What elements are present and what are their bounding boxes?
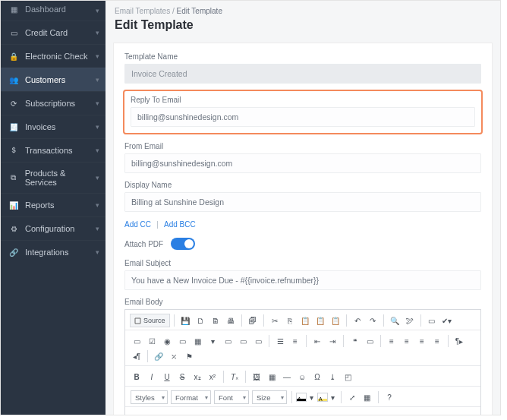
display-name-input[interactable] [124,192,481,212]
bar-chart-icon: 📊 [8,200,19,210]
unlink-icon[interactable]: ⤫ [167,349,181,363]
link-icon[interactable]: 🔗 [152,349,165,363]
align-center-icon[interactable]: ≡ [400,334,414,348]
button-field-icon[interactable]: ▭ [221,334,235,348]
styles-dropdown[interactable]: Styles [131,390,168,404]
reply-to-input[interactable] [131,107,475,127]
rtl-icon[interactable]: ◂¶ [130,349,143,363]
blockquote-icon[interactable]: ❝ [348,334,361,348]
text-color-dropdown-icon[interactable]: ▾ [308,390,316,404]
editor-toolbar-row-1: Source 💾 🗋 🗎 🖶 🗐 ✂ ⎘ 📋 📋 📋 [125,310,480,330]
sidebar-item-configuration[interactable]: ⚙ Configuration ▾ [1,216,105,240]
hr-icon[interactable]: — [280,370,294,384]
indent-icon[interactable]: ⇥ [326,334,339,348]
bg-color-dropdown-icon[interactable]: ▾ [329,390,337,404]
superscript-icon[interactable]: x² [206,370,219,384]
template-name-input[interactable] [124,64,481,84]
spellcheck-icon[interactable]: ✔▾ [440,314,454,327]
redo-icon[interactable]: ↷ [366,314,379,327]
show-blocks-icon[interactable]: ▦ [361,390,374,404]
paste-text-icon[interactable]: 📋 [313,314,327,327]
sidebar-item-invoices[interactable]: 🧾 Invoices ▾ [1,115,105,138]
subject-input[interactable] [124,270,481,290]
paste-icon[interactable]: 📋 [298,314,312,327]
attach-pdf-toggle[interactable] [171,238,195,250]
sidebar: ▦ Dashboard ▾ ▭ Credit Card ▾ 🔒 Electron… [1,1,105,415]
anchor-icon[interactable]: ⚑ [182,349,196,363]
align-left-icon[interactable]: ≡ [385,334,398,348]
div-container-icon[interactable]: ▭ [363,334,376,348]
sidebar-item-credit-card[interactable]: ▭ Credit Card ▾ [1,21,105,44]
ltr-icon[interactable]: ¶▸ [452,334,466,348]
field-display-name: Display Name [124,181,481,212]
sidebar-item-transactions[interactable]: ＄ Transactions ▾ [1,138,105,162]
hidden-field-icon[interactable]: ▭ [251,334,265,348]
grid-icon: ▦ [8,4,19,14]
strike-icon[interactable]: S [175,370,189,384]
sidebar-item-reports[interactable]: 📊 Reports ▾ [1,193,105,216]
paste-word-icon[interactable]: 📋 [329,314,342,327]
print-icon[interactable]: 🖶 [224,314,238,327]
select-icon[interactable]: ▾ [206,334,219,348]
sidebar-item-electronic-check[interactable]: 🔒 Electronic Check ▾ [1,44,105,68]
copy-icon[interactable]: ⎘ [283,314,297,327]
pagebreak-icon[interactable]: ⤓ [326,370,339,384]
find-icon[interactable]: 🔍 [388,314,402,327]
preview-icon[interactable]: 🗎 [209,314,222,327]
add-bcc-link[interactable]: Add BCC [164,220,196,229]
maximize-icon[interactable]: ⤢ [345,390,359,404]
size-dropdown[interactable]: Size [252,390,287,404]
select-all-icon[interactable]: ▭ [425,314,439,327]
bold-icon[interactable]: B [130,370,143,384]
chevron-down-icon: ▾ [96,248,99,256]
italic-icon[interactable]: I [145,370,159,384]
editor-body[interactable]: Your invoice is ready Thank you for your… [125,407,480,415]
add-cc-link[interactable]: Add CC [124,220,151,229]
sidebar-item-label: Products & Services [25,169,98,187]
gear-icon: ⚙ [8,223,19,234]
align-justify-icon[interactable]: ≡ [430,334,444,348]
table-icon[interactable]: ▦ [265,370,279,384]
chevron-down-icon: ▾ [96,52,99,60]
templates-icon[interactable]: 🗐 [246,314,260,327]
dollar-icon: ＄ [8,145,19,156]
sidebar-item-subscriptions[interactable]: ⟳ Subscriptions ▾ [1,91,105,115]
underline-icon[interactable]: U [160,370,174,384]
align-right-icon[interactable]: ≡ [415,334,429,348]
iframe-icon[interactable]: ◰ [341,370,354,384]
smiley-icon[interactable]: ☺ [295,370,309,384]
image-button-icon[interactable]: ▭ [236,334,250,348]
undo-icon[interactable]: ↶ [351,314,364,327]
image-icon[interactable]: 🖼 [250,370,263,384]
format-dropdown[interactable]: Format [171,390,211,404]
form-icon[interactable]: ▭ [130,334,143,348]
sidebar-item-customers[interactable]: 👥 Customers ▾ [1,68,105,91]
sidebar-item-integrations[interactable]: 🔗 Integrations ▾ [1,240,105,264]
remove-format-icon[interactable]: Tₓ [228,370,241,384]
replace-icon[interactable]: 🕊 [403,314,417,327]
box-icon: ⧉ [8,172,19,183]
breadcrumb-root[interactable]: Email Templates [115,7,170,15]
font-dropdown[interactable]: Font [214,390,249,404]
bg-color-picker[interactable]: A [317,393,328,402]
outdent-icon[interactable]: ⇤ [310,334,324,348]
save-icon[interactable]: 💾 [178,314,192,327]
sidebar-item-label: Subscriptions [25,99,75,108]
text-color-picker[interactable]: A [296,393,307,402]
from-email-input[interactable] [124,153,481,173]
special-char-icon[interactable]: Ω [310,370,324,384]
bulleted-list-icon[interactable]: ☰ [273,334,287,348]
sidebar-item-products-services[interactable]: ⧉ Products & Services ▾ [1,162,105,193]
sidebar-item-dashboard[interactable]: ▦ Dashboard ▾ [1,1,105,21]
numbered-list-icon[interactable]: ≡ [288,334,302,348]
textarea-icon[interactable]: ▦ [191,334,204,348]
new-page-icon[interactable]: 🗋 [194,314,207,327]
checkbox-icon[interactable]: ☑ [145,334,159,348]
radio-icon[interactable]: ◉ [160,334,174,348]
cut-icon[interactable]: ✂ [268,314,282,327]
textfield-icon[interactable]: ▭ [175,334,189,348]
sidebar-item-label: Dashboard [25,5,66,14]
subscript-icon[interactable]: x₂ [191,370,204,384]
source-button[interactable]: Source [130,314,170,327]
about-icon[interactable]: ? [383,390,396,404]
